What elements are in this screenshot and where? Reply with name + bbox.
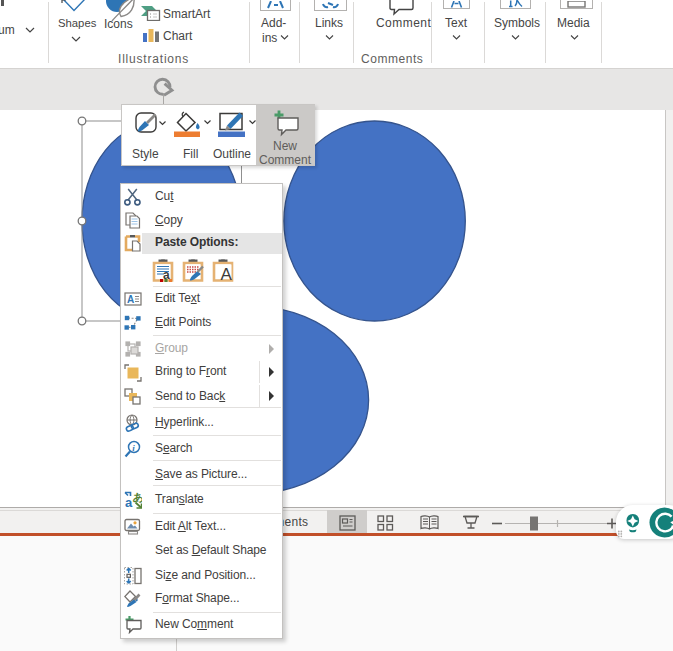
svg-text:A: A [221, 265, 233, 283]
svg-text:i: i [132, 443, 135, 453]
svg-text:あ: あ [133, 491, 143, 503]
svg-text:A: A [127, 294, 134, 305]
